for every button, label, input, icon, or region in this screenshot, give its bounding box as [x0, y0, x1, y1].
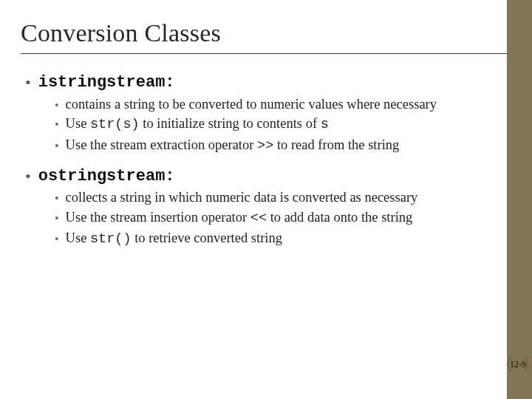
bullet-level2: • Use str(s) to initialize string to con… [55, 115, 488, 134]
code-inline: s [321, 117, 329, 132]
page-number: 12-9 [510, 359, 526, 370]
bullet-level2: • Use the stream insertion operator << t… [55, 209, 488, 228]
bullet-text: collects a string in which numeric data … [66, 189, 418, 206]
bullet-dot: • [55, 232, 59, 248]
bullet-heading-code: ostringstream: [38, 167, 175, 187]
text-part: Use the stream extraction operator [66, 137, 257, 152]
slide: Conversion Classes • istringstream: • co… [0, 0, 532, 399]
bullet-dot: • [55, 139, 59, 155]
text-part: Use [66, 116, 90, 131]
text-part: to retrieve converted string [132, 231, 282, 245]
text-part: to initialize string to contents of [140, 116, 321, 131]
bullet-dot: • [55, 211, 59, 228]
bullet-dot: • [25, 75, 31, 93]
bullet-level1: • ostringstream: [25, 167, 488, 187]
code-inline: str() [90, 231, 132, 247]
bullet-text: Use str(s) to initialize string to conte… [66, 115, 329, 134]
bullet-dot: • [55, 191, 59, 206]
title-area: Conversion Classes [0, 0, 532, 54]
bullet-dot: • [25, 168, 31, 187]
bullet-level2: • collects a string in which numeric dat… [55, 189, 488, 206]
text-part: Use the stream insertion operator [66, 210, 250, 225]
bullet-text: Use the stream extraction operator >> to… [66, 137, 400, 155]
bullet-level1: • istringstream: [25, 73, 488, 93]
text-part: to add data onto the string [267, 210, 412, 225]
bullet-text: contains a string to be converted to num… [66, 96, 437, 113]
code-inline: >> [257, 138, 273, 154]
code-inline: << [250, 211, 267, 226]
code-inline: str(s) [90, 117, 140, 132]
page-number-badge: 12-9 [507, 356, 529, 372]
bullet-level2: • Use the stream extraction operator >> … [55, 137, 488, 155]
accent-sidebar [507, 0, 532, 399]
bullet-heading-code: istringstream: [38, 73, 175, 93]
bullet-level2: • contains a string to be converted to n… [55, 96, 488, 113]
bullet-level2: • Use str() to retrieve converted string [55, 230, 488, 248]
bullet-text: Use the stream insertion operator << to … [66, 209, 413, 228]
page-title: Conversion Classes [21, 19, 511, 47]
text-part: Use [66, 231, 90, 245]
bullet-dot: • [55, 98, 59, 113]
text-part: to read from the string [273, 137, 399, 152]
bullet-dot: • [55, 117, 59, 134]
content-area: • istringstream: • contains a string to … [0, 54, 532, 248]
bullet-text: Use str() to retrieve converted string [66, 230, 282, 248]
